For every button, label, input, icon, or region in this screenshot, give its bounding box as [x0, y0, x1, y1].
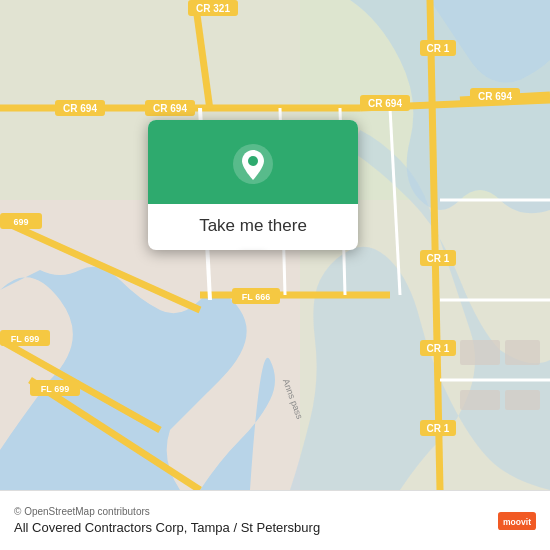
svg-text:CR 321: CR 321	[196, 3, 230, 14]
svg-rect-48	[460, 340, 500, 365]
moovit-icon: moovit	[498, 502, 536, 540]
svg-rect-49	[460, 390, 500, 410]
svg-text:CR 694: CR 694	[478, 91, 512, 102]
location-popup[interactable]: Take me there	[148, 120, 358, 250]
location-label: All Covered Contractors Corp, Tampa / St…	[14, 520, 320, 535]
bottom-bar: © OpenStreetMap contributors All Covered…	[0, 490, 550, 550]
svg-text:699: 699	[13, 217, 28, 227]
location-pin-icon	[231, 142, 275, 186]
svg-text:CR 694: CR 694	[368, 98, 402, 109]
popup-header	[148, 120, 358, 204]
svg-text:FL 699: FL 699	[11, 334, 39, 344]
svg-text:CR 1: CR 1	[427, 253, 450, 264]
svg-text:CR 1: CR 1	[427, 343, 450, 354]
svg-text:moovit: moovit	[503, 516, 531, 526]
svg-point-53	[248, 156, 258, 166]
svg-text:FL 699: FL 699	[41, 384, 69, 394]
take-me-there-button[interactable]: Take me there	[183, 204, 323, 250]
svg-text:CR 1: CR 1	[427, 43, 450, 54]
svg-rect-51	[505, 390, 540, 410]
svg-text:CR 694: CR 694	[153, 103, 187, 114]
map-container: CR 321 CR 694 CR 694 CR 694 CR 694 CR 1 …	[0, 0, 550, 490]
bottom-left-info: © OpenStreetMap contributors All Covered…	[14, 506, 320, 535]
svg-text:CR 694: CR 694	[63, 103, 97, 114]
svg-text:FL 666: FL 666	[242, 292, 270, 302]
svg-rect-50	[505, 340, 540, 365]
osm-credit: © OpenStreetMap contributors	[14, 506, 320, 517]
moovit-logo: moovit	[498, 502, 536, 540]
svg-text:CR 1: CR 1	[427, 423, 450, 434]
